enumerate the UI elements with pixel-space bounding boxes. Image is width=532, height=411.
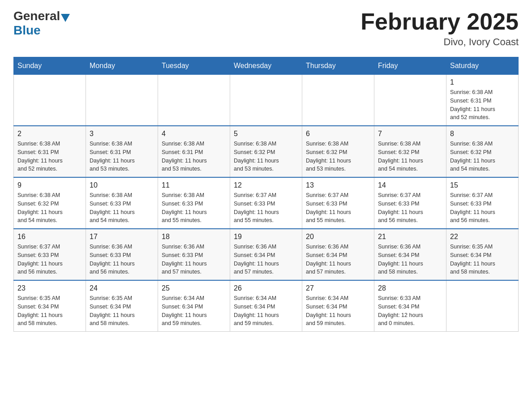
calendar-day-cell: 15Sunrise: 6:37 AMSunset: 6:33 PMDayligh… xyxy=(446,177,519,229)
day-of-week-header: Wednesday xyxy=(230,57,302,75)
day-sun-info: Sunrise: 6:37 AMSunset: 6:33 PMDaylight:… xyxy=(450,191,515,225)
calendar-day-cell: 12Sunrise: 6:37 AMSunset: 6:33 PMDayligh… xyxy=(230,177,302,229)
day-of-week-header: Thursday xyxy=(302,57,374,75)
day-sun-info: Sunrise: 6:34 AMSunset: 6:34 PMDaylight:… xyxy=(306,294,370,328)
day-sun-info: Sunrise: 6:37 AMSunset: 6:33 PMDaylight:… xyxy=(17,243,82,276)
logo-general-text: General xyxy=(13,9,60,23)
calendar-day-cell: 22Sunrise: 6:35 AMSunset: 6:34 PMDayligh… xyxy=(446,229,519,280)
day-number: 13 xyxy=(306,181,370,189)
day-number: 8 xyxy=(450,130,515,138)
day-number: 19 xyxy=(234,233,298,241)
day-number: 16 xyxy=(17,233,82,241)
day-sun-info: Sunrise: 6:38 AMSunset: 6:32 PMDaylight:… xyxy=(378,140,442,173)
day-sun-info: Sunrise: 6:38 AMSunset: 6:32 PMDaylight:… xyxy=(17,191,82,225)
day-number: 25 xyxy=(162,284,226,292)
calendar-day-cell xyxy=(302,75,374,126)
calendar-day-cell: 8Sunrise: 6:38 AMSunset: 6:32 PMDaylight… xyxy=(446,126,519,177)
day-number: 20 xyxy=(306,233,370,241)
day-sun-info: Sunrise: 6:36 AMSunset: 6:34 PMDaylight:… xyxy=(378,243,442,276)
day-sun-info: Sunrise: 6:38 AMSunset: 6:32 PMDaylight:… xyxy=(450,140,515,173)
day-number: 23 xyxy=(17,284,82,292)
day-sun-info: Sunrise: 6:36 AMSunset: 6:34 PMDaylight:… xyxy=(234,243,298,276)
calendar-day-cell: 26Sunrise: 6:34 AMSunset: 6:34 PMDayligh… xyxy=(230,280,302,332)
calendar-day-cell: 2Sunrise: 6:38 AMSunset: 6:31 PMDaylight… xyxy=(14,126,86,177)
calendar-day-cell xyxy=(374,75,446,126)
calendar-day-cell xyxy=(230,75,302,126)
day-number: 28 xyxy=(378,284,442,292)
day-sun-info: Sunrise: 6:38 AMSunset: 6:31 PMDaylight:… xyxy=(450,88,515,122)
day-of-week-header: Sunday xyxy=(14,57,86,75)
title-section: February 2025 Divo, Ivory Coast xyxy=(360,9,519,48)
day-number: 14 xyxy=(378,181,442,189)
day-sun-info: Sunrise: 6:38 AMSunset: 6:31 PMDaylight:… xyxy=(17,140,82,173)
calendar-week-row: 1Sunrise: 6:38 AMSunset: 6:31 PMDaylight… xyxy=(14,75,519,126)
calendar-week-row: 2Sunrise: 6:38 AMSunset: 6:31 PMDaylight… xyxy=(14,126,519,177)
month-title: February 2025 xyxy=(360,9,519,34)
calendar-day-cell: 17Sunrise: 6:36 AMSunset: 6:33 PMDayligh… xyxy=(86,229,158,280)
day-sun-info: Sunrise: 6:35 AMSunset: 6:34 PMDaylight:… xyxy=(17,294,82,328)
calendar-day-cell: 9Sunrise: 6:38 AMSunset: 6:32 PMDaylight… xyxy=(14,177,86,229)
day-sun-info: Sunrise: 6:38 AMSunset: 6:31 PMDaylight:… xyxy=(90,140,154,173)
day-number: 22 xyxy=(450,233,515,241)
calendar-day-cell: 19Sunrise: 6:36 AMSunset: 6:34 PMDayligh… xyxy=(230,229,302,280)
calendar-day-cell: 5Sunrise: 6:38 AMSunset: 6:32 PMDaylight… xyxy=(230,126,302,177)
calendar-week-row: 9Sunrise: 6:38 AMSunset: 6:32 PMDaylight… xyxy=(14,177,519,229)
day-sun-info: Sunrise: 6:36 AMSunset: 6:33 PMDaylight:… xyxy=(162,243,226,276)
day-sun-info: Sunrise: 6:38 AMSunset: 6:33 PMDaylight:… xyxy=(90,191,154,225)
day-sun-info: Sunrise: 6:34 AMSunset: 6:34 PMDaylight:… xyxy=(234,294,298,328)
day-sun-info: Sunrise: 6:38 AMSunset: 6:32 PMDaylight:… xyxy=(234,140,298,173)
location-subtitle: Divo, Ivory Coast xyxy=(360,36,519,48)
day-sun-info: Sunrise: 6:37 AMSunset: 6:33 PMDaylight:… xyxy=(378,191,442,225)
day-sun-info: Sunrise: 6:38 AMSunset: 6:33 PMDaylight:… xyxy=(162,191,226,225)
day-sun-info: Sunrise: 6:37 AMSunset: 6:33 PMDaylight:… xyxy=(306,191,370,225)
calendar-day-cell xyxy=(158,75,230,126)
day-of-week-header: Saturday xyxy=(446,57,519,75)
day-number: 10 xyxy=(90,181,154,189)
calendar-day-cell: 13Sunrise: 6:37 AMSunset: 6:33 PMDayligh… xyxy=(302,177,374,229)
day-sun-info: Sunrise: 6:38 AMSunset: 6:32 PMDaylight:… xyxy=(306,140,370,173)
calendar-day-cell: 14Sunrise: 6:37 AMSunset: 6:33 PMDayligh… xyxy=(374,177,446,229)
day-number: 24 xyxy=(90,284,154,292)
calendar-day-cell xyxy=(14,75,86,126)
calendar-day-cell xyxy=(446,280,519,332)
day-number: 9 xyxy=(17,181,82,189)
day-number: 1 xyxy=(450,78,515,86)
calendar-day-cell: 25Sunrise: 6:34 AMSunset: 6:34 PMDayligh… xyxy=(158,280,230,332)
day-sun-info: Sunrise: 6:35 AMSunset: 6:34 PMDaylight:… xyxy=(90,294,154,328)
day-number: 11 xyxy=(162,181,226,189)
day-sun-info: Sunrise: 6:33 AMSunset: 6:34 PMDaylight:… xyxy=(378,294,442,328)
calendar-day-cell: 1Sunrise: 6:38 AMSunset: 6:31 PMDaylight… xyxy=(446,75,519,126)
logo-triangle-icon xyxy=(61,14,70,22)
calendar-day-cell: 3Sunrise: 6:38 AMSunset: 6:31 PMDaylight… xyxy=(86,126,158,177)
calendar-header: SundayMondayTuesdayWednesdayThursdayFrid… xyxy=(14,57,519,75)
calendar-day-cell: 24Sunrise: 6:35 AMSunset: 6:34 PMDayligh… xyxy=(86,280,158,332)
calendar-day-cell: 20Sunrise: 6:36 AMSunset: 6:34 PMDayligh… xyxy=(302,229,374,280)
logo-blue-text: Blue xyxy=(13,23,41,37)
calendar-day-cell: 11Sunrise: 6:38 AMSunset: 6:33 PMDayligh… xyxy=(158,177,230,229)
calendar-day-cell: 27Sunrise: 6:34 AMSunset: 6:34 PMDayligh… xyxy=(302,280,374,332)
calendar-week-row: 23Sunrise: 6:35 AMSunset: 6:34 PMDayligh… xyxy=(14,280,519,332)
day-sun-info: Sunrise: 6:37 AMSunset: 6:33 PMDaylight:… xyxy=(234,191,298,225)
calendar-day-cell: 16Sunrise: 6:37 AMSunset: 6:33 PMDayligh… xyxy=(14,229,86,280)
day-sun-info: Sunrise: 6:36 AMSunset: 6:34 PMDaylight:… xyxy=(306,243,370,276)
day-number: 21 xyxy=(378,233,442,241)
day-number: 15 xyxy=(450,181,515,189)
logo: General Blue xyxy=(13,9,71,38)
day-sun-info: Sunrise: 6:35 AMSunset: 6:34 PMDaylight:… xyxy=(450,243,515,276)
calendar-day-cell: 7Sunrise: 6:38 AMSunset: 6:32 PMDaylight… xyxy=(374,126,446,177)
calendar-day-cell: 23Sunrise: 6:35 AMSunset: 6:34 PMDayligh… xyxy=(14,280,86,332)
calendar-table: SundayMondayTuesdayWednesdayThursdayFrid… xyxy=(13,57,519,332)
calendar-day-cell xyxy=(86,75,158,126)
calendar-day-cell: 6Sunrise: 6:38 AMSunset: 6:32 PMDaylight… xyxy=(302,126,374,177)
day-number: 12 xyxy=(234,181,298,189)
day-number: 7 xyxy=(378,130,442,138)
day-sun-info: Sunrise: 6:36 AMSunset: 6:33 PMDaylight:… xyxy=(90,243,154,276)
day-number: 3 xyxy=(90,130,154,138)
day-number: 6 xyxy=(306,130,370,138)
calendar-day-cell: 21Sunrise: 6:36 AMSunset: 6:34 PMDayligh… xyxy=(374,229,446,280)
page-header: General Blue February 2025 Divo, Ivory C… xyxy=(13,9,519,48)
day-number: 17 xyxy=(90,233,154,241)
day-sun-info: Sunrise: 6:34 AMSunset: 6:34 PMDaylight:… xyxy=(162,294,226,328)
calendar-day-cell: 10Sunrise: 6:38 AMSunset: 6:33 PMDayligh… xyxy=(86,177,158,229)
calendar-day-cell: 28Sunrise: 6:33 AMSunset: 6:34 PMDayligh… xyxy=(374,280,446,332)
